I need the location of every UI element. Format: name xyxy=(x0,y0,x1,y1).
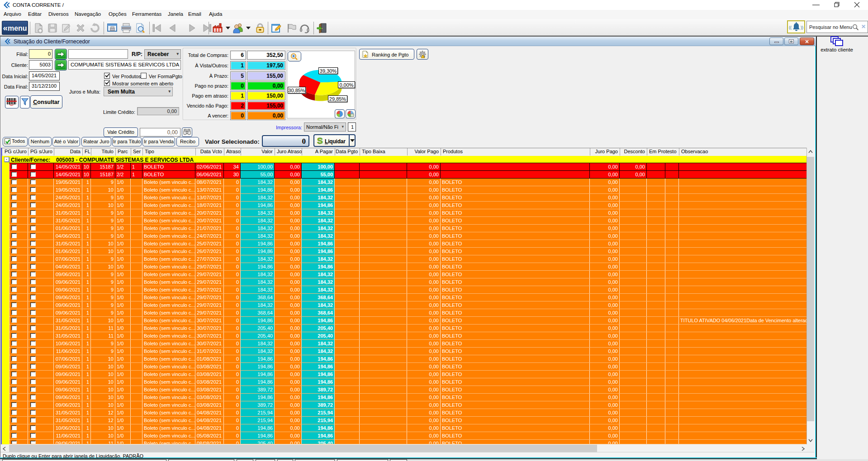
svg-text:S: S xyxy=(317,136,323,145)
svg-text:((: (( xyxy=(789,25,792,30)
svg-text:)): )) xyxy=(801,25,803,30)
